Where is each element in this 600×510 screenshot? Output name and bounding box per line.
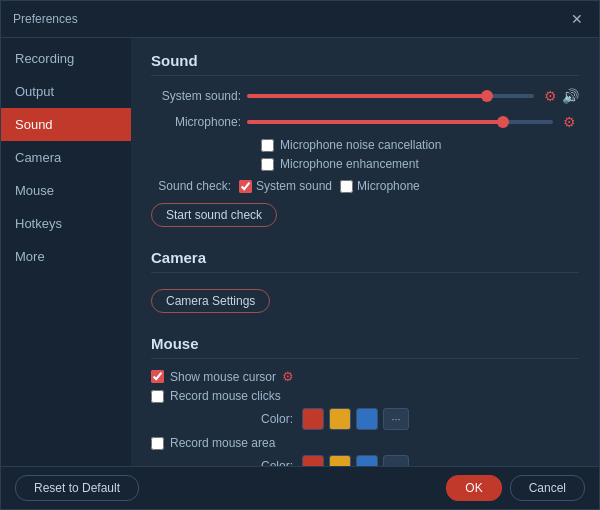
microphone-gear-button[interactable]: ⚙ — [559, 112, 579, 132]
start-sound-check-button[interactable]: Start sound check — [151, 203, 277, 227]
noise-cancellation-row: Microphone noise cancellation — [261, 138, 579, 152]
title-bar: Preferences ✕ — [1, 1, 599, 38]
system-sound-gear-button[interactable]: ⚙ — [540, 86, 560, 106]
sidebar-item-camera[interactable]: Camera — [1, 141, 131, 174]
sound-check-row: Sound check: System sound Microphone — [151, 179, 579, 193]
show-cursor-checkbox[interactable] — [151, 370, 164, 383]
content-area: Sound System sound: ⚙ 🔊 Microphone: — [131, 38, 599, 466]
cancel-button[interactable]: Cancel — [510, 475, 585, 501]
sound-check-label: Sound check: — [151, 179, 231, 193]
microphone-label: Microphone: — [151, 115, 241, 129]
speaker-icon: 🔊 — [562, 88, 579, 104]
microphone-check-group: Microphone — [340, 179, 420, 193]
system-sound-slider-wrap — [247, 88, 534, 104]
sidebar-item-sound[interactable]: Sound — [1, 108, 131, 141]
sound-check-mic-checkbox[interactable] — [340, 180, 353, 193]
record-area-row: Record mouse area — [151, 436, 579, 450]
record-area-label[interactable]: Record mouse area — [170, 436, 275, 450]
ok-button[interactable]: OK — [446, 475, 501, 501]
sidebar: Recording Output Sound Camera Mouse Hotk… — [1, 38, 131, 466]
camera-section-title: Camera — [151, 249, 579, 273]
color-swatch-blue-2[interactable] — [356, 455, 378, 466]
mic-enhancement-label[interactable]: Microphone enhancement — [280, 157, 419, 171]
color-swatch-yellow-2[interactable] — [329, 455, 351, 466]
camera-settings-button[interactable]: Camera Settings — [151, 289, 270, 313]
microphone-slider[interactable] — [247, 120, 553, 124]
footer: Reset to Default OK Cancel — [1, 466, 599, 509]
enhancement-row: Microphone enhancement — [261, 157, 579, 171]
mouse-section-title: Mouse — [151, 335, 579, 359]
color-more-button-1[interactable]: ··· — [383, 408, 409, 430]
record-clicks-label[interactable]: Record mouse clicks — [170, 389, 281, 403]
microphone-slider-wrap — [247, 114, 553, 130]
show-cursor-label[interactable]: Show mouse cursor — [170, 370, 276, 384]
mouse-section: Mouse Show mouse cursor ⚙ Record mouse c… — [151, 335, 579, 466]
sound-section: Sound System sound: ⚙ 🔊 Microphone: — [151, 52, 579, 237]
system-sound-slider[interactable] — [247, 94, 534, 98]
record-clicks-checkbox[interactable] — [151, 390, 164, 403]
color-swatch-yellow-1[interactable] — [329, 408, 351, 430]
mouse-color-row-1: Color: ··· — [261, 408, 579, 430]
sound-check-system-label[interactable]: System sound — [256, 179, 332, 193]
system-sound-label: System sound: — [151, 89, 241, 103]
record-clicks-row: Record mouse clicks — [151, 389, 579, 403]
record-area-checkbox[interactable] — [151, 437, 164, 450]
preferences-dialog: Preferences ✕ Recording Output Sound Cam… — [0, 0, 600, 510]
cursor-gear-icon[interactable]: ⚙ — [282, 369, 294, 384]
sidebar-item-mouse[interactable]: Mouse — [1, 174, 131, 207]
color-label-1: Color: — [261, 412, 293, 426]
body: Recording Output Sound Camera Mouse Hotk… — [1, 38, 599, 466]
sound-check-system-checkbox[interactable] — [239, 180, 252, 193]
sidebar-item-output[interactable]: Output — [1, 75, 131, 108]
mouse-color-row-2: Color: ··· — [261, 455, 579, 466]
mic-enhancement-checkbox[interactable] — [261, 158, 274, 171]
color-swatch-red-1[interactable] — [302, 408, 324, 430]
footer-right-buttons: OK Cancel — [446, 475, 585, 501]
noise-cancellation-label[interactable]: Microphone noise cancellation — [280, 138, 441, 152]
sidebar-item-recording[interactable]: Recording — [1, 42, 131, 75]
sound-check-mic-label[interactable]: Microphone — [357, 179, 420, 193]
sidebar-item-hotkeys[interactable]: Hotkeys — [1, 207, 131, 240]
color-swatch-blue-1[interactable] — [356, 408, 378, 430]
microphone-row: Microphone: ⚙ — [151, 112, 579, 132]
close-button[interactable]: ✕ — [567, 9, 587, 29]
system-sound-check-group: System sound — [239, 179, 332, 193]
color-more-button-2[interactable]: ··· — [383, 455, 409, 466]
dialog-title: Preferences — [13, 12, 78, 26]
show-cursor-row: Show mouse cursor ⚙ — [151, 369, 579, 384]
sound-section-title: Sound — [151, 52, 579, 76]
noise-cancellation-checkbox[interactable] — [261, 139, 274, 152]
sidebar-item-more[interactable]: More — [1, 240, 131, 273]
system-sound-row: System sound: ⚙ 🔊 — [151, 86, 579, 106]
color-label-2: Color: — [261, 459, 293, 466]
camera-section: Camera Camera Settings — [151, 249, 579, 323]
reset-to-default-button[interactable]: Reset to Default — [15, 475, 139, 501]
color-swatch-red-2[interactable] — [302, 455, 324, 466]
